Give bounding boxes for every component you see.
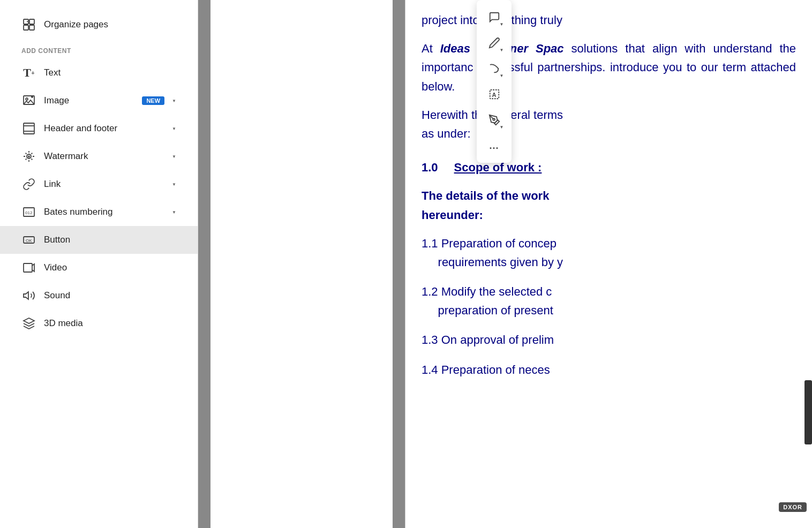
svg-rect-3 bbox=[29, 25, 34, 30]
button-icon: OK bbox=[21, 232, 36, 247]
sidebar-item-video[interactable]: Video bbox=[0, 254, 198, 282]
document-page bbox=[210, 0, 393, 528]
organize-pages-label: Organize pages bbox=[44, 19, 176, 30]
image-label: Image bbox=[44, 95, 131, 106]
main-content: ▼ ▼ ▼ A bbox=[198, 0, 812, 528]
floating-toolbar: ▼ ▼ ▼ A bbox=[477, 0, 512, 163]
pencil-tool-button[interactable]: ▼ bbox=[483, 31, 506, 55]
link-tool-arrow: ▼ bbox=[500, 73, 504, 78]
svg-marker-19 bbox=[24, 292, 28, 299]
svg-rect-1 bbox=[29, 19, 34, 24]
doc-list-item-2-text: 1.2 Modify the selected c preparation of… bbox=[422, 285, 553, 317]
sound-label: Sound bbox=[44, 290, 176, 301]
svg-rect-9 bbox=[24, 123, 34, 134]
sidebar-item-text[interactable]: T+ Text bbox=[0, 59, 198, 87]
text-label: Text bbox=[44, 67, 176, 78]
doc-list-item-2: 1.2 Modify the selected c preparation of… bbox=[422, 282, 796, 320]
svg-point-6 bbox=[26, 98, 28, 100]
doc-list-item-1-text: 1.1 Preparation of concep requirements g… bbox=[422, 237, 563, 269]
header-footer-label: Header and footer bbox=[44, 123, 164, 134]
sound-icon bbox=[21, 288, 36, 303]
svg-rect-2 bbox=[24, 25, 28, 30]
doc-list-item-4-text: 1.4 Preparation of neces bbox=[422, 363, 550, 376]
right-document-panel: project into something truly At Ideas De… bbox=[405, 0, 812, 528]
watermark-badge: DXOR bbox=[779, 502, 807, 512]
sidebar-item-watermark[interactable]: ✱ Watermark ▼ bbox=[0, 142, 198, 170]
sidebar-item-3d-media[interactable]: 3D media bbox=[0, 310, 198, 337]
doc-work-details: The details of the workhereunder: bbox=[422, 186, 796, 224]
sidebar-item-link[interactable]: Link ▼ bbox=[0, 170, 198, 198]
sidebar-item-image[interactable]: Image NEW ▼ bbox=[0, 87, 198, 115]
comment-tool-button[interactable]: ▼ bbox=[483, 5, 506, 29]
header-footer-icon bbox=[21, 121, 36, 136]
doc-section-num: 1.0 bbox=[422, 158, 438, 177]
header-footer-chevron: ▼ bbox=[172, 126, 176, 131]
svg-text:A: A bbox=[492, 92, 496, 98]
comment-tool-arrow: ▼ bbox=[500, 22, 504, 27]
doc-list-item-1: 1.1 Preparation of concep requirements g… bbox=[422, 234, 796, 271]
scrollbar[interactable] bbox=[805, 380, 812, 444]
sidebar-item-header-footer[interactable]: Header and footer ▼ bbox=[0, 115, 198, 142]
bates-chevron: ▼ bbox=[172, 210, 176, 215]
svg-text:OK: OK bbox=[26, 238, 32, 243]
draw-tool-button[interactable]: ▼ bbox=[483, 108, 506, 132]
link-chevron: ▼ bbox=[172, 182, 176, 187]
doc-list-item-3: 1.3 On approval of prelim bbox=[422, 330, 796, 349]
more-options-button[interactable]: ... bbox=[483, 134, 506, 157]
watermark-label: Watermark bbox=[44, 151, 164, 162]
organize-pages-icon bbox=[21, 17, 36, 32]
draw-tool-arrow: ▼ bbox=[500, 125, 504, 130]
svg-rect-18 bbox=[24, 263, 32, 272]
text-icon: T+ bbox=[21, 65, 36, 80]
bates-numbering-label: Bates numbering bbox=[44, 207, 164, 217]
video-label: Video bbox=[44, 262, 176, 273]
image-chevron: ▼ bbox=[172, 99, 176, 103]
sidebar: Organize pages ADD CONTENT T+ Text Image… bbox=[0, 0, 198, 528]
link-tool-button[interactable]: ▼ bbox=[483, 57, 506, 80]
bates-numbering-icon: 012 bbox=[21, 205, 36, 220]
pencil-tool-arrow: ▼ bbox=[500, 48, 504, 52]
center-document-area bbox=[198, 0, 405, 528]
svg-text:✱: ✱ bbox=[27, 155, 31, 159]
watermark-icon: ✱ bbox=[21, 149, 36, 164]
sidebar-item-button[interactable]: OK Button bbox=[0, 226, 198, 254]
text-box-tool-button[interactable]: A bbox=[483, 82, 506, 106]
sidebar-item-sound[interactable]: Sound bbox=[0, 282, 198, 310]
link-icon bbox=[21, 177, 36, 192]
sidebar-item-bates-numbering[interactable]: 012 Bates numbering ▼ bbox=[0, 198, 198, 226]
3d-media-label: 3D media bbox=[44, 318, 176, 329]
doc-list-item-4: 1.4 Preparation of neces bbox=[422, 360, 796, 379]
sidebar-item-organize-pages[interactable]: Organize pages bbox=[0, 11, 198, 39]
more-options-dots: ... bbox=[489, 140, 499, 152]
svg-text:012: 012 bbox=[25, 210, 33, 215]
image-icon bbox=[21, 93, 36, 108]
button-label: Button bbox=[44, 235, 176, 245]
video-icon bbox=[21, 260, 36, 275]
svg-point-22 bbox=[493, 118, 495, 120]
doc-list-item-3-text: 1.3 On approval of prelim bbox=[422, 333, 554, 346]
link-label: Link bbox=[44, 179, 164, 190]
3d-media-icon bbox=[21, 316, 36, 331]
new-badge: NEW bbox=[142, 96, 164, 105]
add-content-label: ADD CONTENT bbox=[0, 39, 198, 59]
watermark-chevron: ▼ bbox=[172, 154, 176, 159]
